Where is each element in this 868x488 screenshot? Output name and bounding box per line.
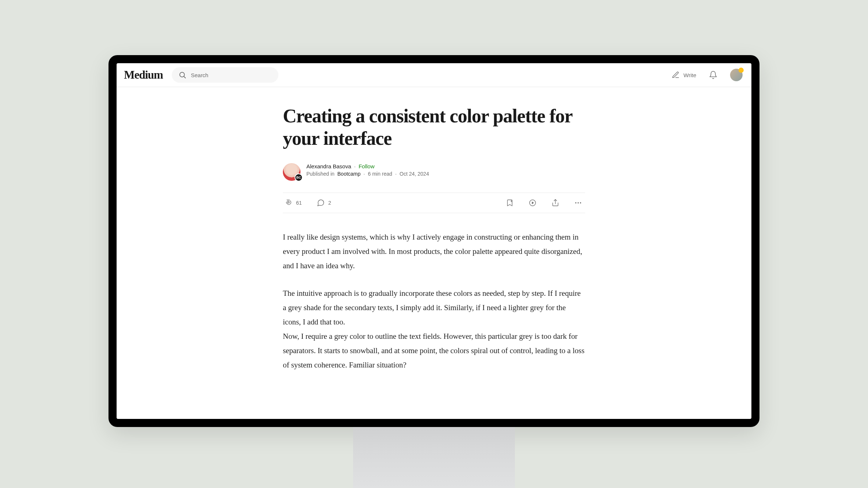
share-icon: [551, 199, 559, 207]
article-title: Creating a consistent color palette for …: [283, 105, 585, 150]
comment-button[interactable]: 2: [317, 199, 331, 207]
author-meta: Alexandra Basova · Follow Published in B…: [306, 163, 429, 181]
bookmark-icon: [506, 199, 514, 207]
separator-dot: ·: [363, 171, 365, 177]
listen-button[interactable]: [529, 199, 537, 207]
comment-icon: [317, 199, 325, 207]
publish-date: Oct 24, 2024: [399, 171, 429, 177]
write-button[interactable]: Write: [672, 71, 696, 79]
share-button[interactable]: [551, 199, 559, 207]
search-field[interactable]: [172, 67, 278, 83]
svg-point-6: [577, 202, 579, 203]
comment-count: 2: [328, 200, 331, 206]
bookmark-button[interactable]: [506, 199, 514, 207]
play-circle-icon: [529, 199, 537, 207]
separator-dot: ·: [354, 163, 356, 169]
svg-line-1: [184, 76, 185, 78]
header-actions: Write: [672, 69, 743, 81]
read-time: 6 min read: [368, 171, 392, 177]
published-in-label: Published in: [306, 171, 334, 177]
follow-button[interactable]: Follow: [359, 163, 374, 169]
clap-count: 61: [296, 200, 302, 206]
clap-button[interactable]: 61: [284, 199, 302, 207]
site-header: Medium Write: [117, 63, 751, 87]
author-avatar[interactable]: BC: [283, 163, 300, 181]
bell-icon: [709, 71, 718, 79]
separator-dot: ·: [395, 171, 396, 177]
write-icon: [672, 71, 680, 79]
svg-marker-3: [532, 201, 534, 204]
publication-link[interactable]: Bootcamp: [337, 171, 360, 177]
article-body: I really like design systems, which is w…: [283, 230, 585, 372]
svg-point-5: [575, 202, 576, 203]
more-button[interactable]: [574, 199, 582, 207]
content-area: Creating a consistent color palette for …: [117, 87, 751, 419]
more-horizontal-icon: [574, 199, 582, 207]
author-name[interactable]: Alexandra Basova: [306, 163, 351, 169]
author-block: BC Alexandra Basova · Follow Published i…: [283, 163, 585, 181]
search-input[interactable]: [191, 72, 272, 78]
publication-badge-icon: BC: [295, 173, 303, 182]
notifications-button[interactable]: [709, 71, 718, 79]
site-logo[interactable]: Medium: [124, 68, 163, 82]
screen: Medium Write: [117, 63, 751, 419]
article: Creating a consistent color palette for …: [283, 87, 585, 372]
write-label: Write: [683, 72, 696, 78]
monitor-stand: [353, 427, 515, 488]
svg-point-7: [580, 202, 581, 203]
paragraph: I really like design systems, which is w…: [283, 230, 585, 273]
monitor-frame: Medium Write: [108, 55, 760, 427]
search-icon: [178, 71, 186, 79]
paragraph: The intuitive approach is to gradually i…: [283, 286, 585, 372]
engagement-bar: 61 2: [283, 193, 585, 213]
clap-icon: [284, 199, 292, 207]
user-avatar[interactable]: [730, 69, 743, 81]
